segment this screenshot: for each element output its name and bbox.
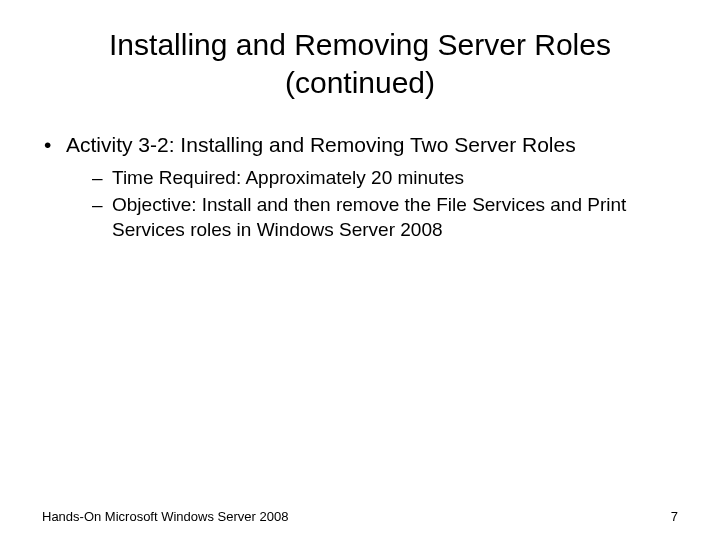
bullet-list: Activity 3-2: Installing and Removing Tw… bbox=[30, 131, 690, 242]
sub-bullet-item: Objective: Install and then remove the F… bbox=[92, 193, 680, 242]
slide: Installing and Removing Server Roles (co… bbox=[0, 0, 720, 540]
page-number: 7 bbox=[671, 509, 678, 524]
footer: Hands-On Microsoft Windows Server 2008 7 bbox=[42, 509, 678, 524]
sub-bullet-text: Objective: Install and then remove the F… bbox=[112, 194, 626, 240]
slide-title: Installing and Removing Server Roles (co… bbox=[50, 26, 670, 101]
sub-bullet-text: Time Required: Approximately 20 minutes bbox=[112, 167, 464, 188]
sub-bullet-list: Time Required: Approximately 20 minutes … bbox=[66, 166, 680, 242]
bullet-text: Activity 3-2: Installing and Removing Tw… bbox=[66, 133, 576, 156]
footer-left: Hands-On Microsoft Windows Server 2008 bbox=[42, 509, 288, 524]
bullet-item: Activity 3-2: Installing and Removing Tw… bbox=[44, 131, 680, 242]
sub-bullet-item: Time Required: Approximately 20 minutes bbox=[92, 166, 680, 191]
